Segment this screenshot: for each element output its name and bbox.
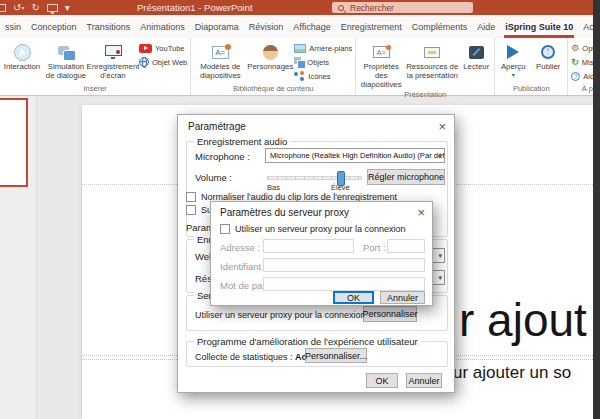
interaction-icon <box>14 44 31 61</box>
resources-icon <box>424 47 440 58</box>
use-proxy-checkbox[interactable] <box>220 224 230 234</box>
microphone-label: Microphone : <box>195 151 250 162</box>
window-title: Présentation1 - PowerPoint <box>137 2 253 13</box>
address-label: Adresse : <box>220 242 260 253</box>
youtube-button[interactable]: YouTube <box>139 42 187 54</box>
preview-button[interactable]: Aperçu ▾ <box>496 39 530 78</box>
proxy-status-label: Utiliser un serveur proxy pour la connex… <box>195 310 371 320</box>
adjust-microphone-button[interactable]: Régler microphone <box>367 169 445 185</box>
undo-button[interactable]: ↺▾ <box>13 3 24 13</box>
quick-access-toolbar: ↺▾ ↻ ▾ <box>0 0 70 15</box>
audio-group-label: Enregistrement audio <box>194 136 290 147</box>
slide-thumbnail-panel <box>0 96 37 419</box>
improvement-program-group: Programme d'amélioration de l'expérience… <box>186 341 448 367</box>
settings-cancel-button[interactable]: Annuler <box>406 373 442 388</box>
objects-button[interactable]: Objets <box>294 56 352 68</box>
volume-slider[interactable] <box>267 176 362 180</box>
slide-properties-icon: A= <box>373 46 390 58</box>
preview-label: Aperçu <box>501 63 526 72</box>
search-icon <box>338 5 344 11</box>
characters-button[interactable]: Personnages <box>248 39 292 72</box>
username-label: Identifiant : <box>220 261 266 272</box>
start-presentation-button[interactable] <box>47 4 58 12</box>
slide-title-placeholder[interactable]: r ajout <box>459 293 587 347</box>
tab-animations[interactable]: Animations <box>135 18 190 38</box>
stats-customize-button[interactable]: Personnaliser... <box>305 348 367 363</box>
play-icon <box>507 45 519 59</box>
settings-dialog-title: Paramétrage <box>188 121 246 132</box>
player-icon <box>469 46 484 59</box>
proxy-cancel-button[interactable]: Annuler <box>380 291 425 304</box>
tab-affichage[interactable]: Affichage <box>288 18 335 38</box>
group-label-bibliotheque: Bibliothèque de contenu <box>192 84 354 95</box>
interaction-label: Interaction <box>4 63 40 72</box>
proxy-close-icon[interactable]: × <box>417 206 425 219</box>
redo-button[interactable]: ↻ <box>31 3 39 13</box>
microphone-select[interactable]: Microphone (Realtek High Definition Audi… <box>265 148 445 163</box>
characters-label: Personnages <box>247 63 293 72</box>
backgrounds-label: Arrière-plans <box>309 44 352 53</box>
slide-templates-icon: A= <box>212 46 229 59</box>
tab-transitions[interactable]: Transitions <box>82 18 136 38</box>
web-object-button[interactable]: Objet Web <box>139 56 187 68</box>
slide-properties-label: Propriétés des diapositives <box>357 63 405 90</box>
chevron-down-icon: ▾ <box>438 252 442 260</box>
stats-status-text: Collecte de statistiques : Activé <box>195 352 322 362</box>
screen-recording-label: Enregistrement d'écran <box>87 63 140 81</box>
tab-ispring-suite[interactable]: iSpring Suite 10 <box>500 18 578 38</box>
player-button[interactable]: Lecteur <box>459 39 493 72</box>
port-label: Port : <box>363 242 386 253</box>
tab-complements[interactable]: Compléments <box>407 18 473 38</box>
customize-qat-button[interactable]: ▾ <box>65 3 70 13</box>
ribbon-group-publication: Aperçu ▾ Publier Publication <box>495 38 568 95</box>
publish-button[interactable]: Publier <box>530 39 566 72</box>
backgrounds-button[interactable]: Arrière-plans <box>294 42 352 54</box>
slide-properties-button[interactable]: A= Propriétés des diapositives <box>357 39 405 90</box>
presentation-resources-label: Ressources de la présentation <box>405 63 459 81</box>
objects-label: Objets <box>307 58 329 67</box>
port-input <box>387 239 425 253</box>
settings-close-icon[interactable]: × <box>438 120 446 133</box>
use-proxy-label: Utiliser un serveur proxy pour la connex… <box>235 224 406 234</box>
use-proxy-checkbox-row: Utiliser un serveur proxy pour la connex… <box>220 224 406 234</box>
slide-templates-label: Modèles de diapositives <box>192 63 248 81</box>
tab-dessin-partial[interactable]: ssin <box>0 18 26 38</box>
backgrounds-icon <box>294 44 306 53</box>
search-placeholder: Rechercher <box>350 3 394 13</box>
tab-aide[interactable]: Aide <box>472 18 500 38</box>
settings-ok-button[interactable]: OK <box>366 373 398 388</box>
tab-revision[interactable]: Révision <box>244 18 289 38</box>
ribbon-group-inserer: Interaction Simulation de dialogue Enreg… <box>0 38 191 95</box>
chevron-down-icon: ▾ <box>438 274 442 282</box>
improvement-group-label: Programme d'amélioration de l'expérience… <box>194 336 421 347</box>
dialog-simulation-button[interactable]: Simulation de dialogue <box>43 39 89 81</box>
proxy-customize-button[interactable]: Personnaliser <box>363 306 417 322</box>
tab-diaporama[interactable]: Diaporama <box>190 18 244 38</box>
proxy-ok-button[interactable]: OK <box>333 291 374 304</box>
refresh-icon: ↻ <box>571 58 579 67</box>
preview-caret-icon: ▾ <box>512 72 515 78</box>
proxy-dialog: Paramètres du serveur proxy × Utiliser u… <box>210 201 433 306</box>
slide-templates-button[interactable]: A= Modèles de diapositives <box>192 39 248 81</box>
normalize-audio-checkbox[interactable] <box>186 192 196 202</box>
tab-conception[interactable]: Conception <box>26 18 82 38</box>
interaction-button[interactable]: Interaction <box>1 39 43 72</box>
search-box[interactable]: Rechercher <box>332 2 473 13</box>
title-bar: ↺▾ ↻ ▾ Présentation1 - PowerPoint Recher… <box>0 0 600 15</box>
presentation-resources-button[interactable]: Ressources de la présentation <box>405 39 459 81</box>
screen-edge-strip <box>593 0 600 419</box>
gear-icon: ⚙ <box>571 44 579 53</box>
slide-subtitle-placeholder[interactable]: ur ajouter un so <box>453 363 571 383</box>
tab-enregistrement[interactable]: Enregistrement <box>336 18 407 38</box>
save-icon[interactable] <box>0 4 6 12</box>
address-input <box>263 239 354 253</box>
publish-label: Publier <box>536 63 560 72</box>
ribbon-group-bibliotheque: A= Modèles de diapositives Personnages A… <box>191 38 356 95</box>
screen-recording-button[interactable]: Enregistrement d'écran <box>89 39 137 81</box>
icons-library-button[interactable]: Icônes <box>294 70 352 82</box>
password-input <box>263 277 425 291</box>
youtube-label: YouTube <box>155 44 184 53</box>
second-checkbox[interactable] <box>186 205 196 215</box>
slide-thumbnail[interactable] <box>0 98 28 187</box>
undo-caret-icon: ▾ <box>21 5 24 11</box>
